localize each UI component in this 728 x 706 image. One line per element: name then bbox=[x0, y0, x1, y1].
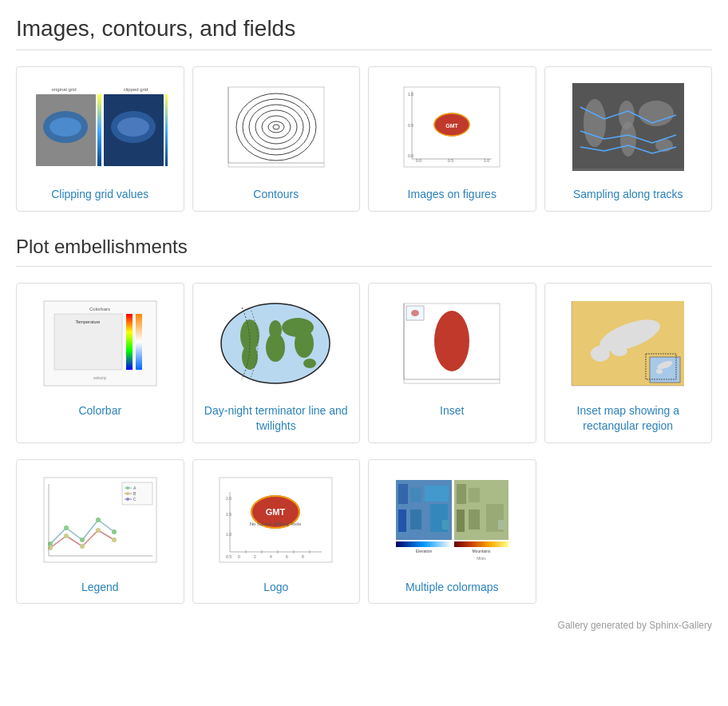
svg-text:2: 2 bbox=[254, 554, 256, 559]
svg-rect-130 bbox=[469, 510, 480, 530]
svg-rect-133 bbox=[498, 520, 505, 530]
footer-text: Gallery generated by Sphinx-Gallery bbox=[558, 620, 712, 631]
svg-point-75 bbox=[126, 486, 129, 490]
svg-rect-129 bbox=[469, 488, 480, 502]
svg-rect-9 bbox=[165, 94, 168, 166]
card-colorbar[interactable]: Colorbars Temperature bbox=[16, 283, 184, 443]
svg-rect-66 bbox=[650, 357, 680, 383]
card-image-multiple-colormaps: Elevation Mountains Miles bbox=[377, 468, 528, 572]
card-clipping-grid[interactable]: original grid clipped grid bbox=[16, 66, 184, 212]
svg-text:4: 4 bbox=[270, 554, 272, 559]
inset-thumb-svg bbox=[400, 299, 504, 387]
svg-rect-120 bbox=[410, 510, 421, 530]
svg-point-53 bbox=[303, 359, 316, 368]
svg-text:Temperature: Temperature bbox=[75, 319, 100, 324]
section2-title: Plot embellishments bbox=[16, 236, 712, 267]
svg-text:1.0: 1.0 bbox=[408, 92, 413, 97]
card-images-on-figures[interactable]: GMT 0.0 0.5 1.0 0.0 0.5 1.0 Images on fi… bbox=[368, 66, 536, 212]
svg-text:2.0: 2.0 bbox=[226, 496, 231, 501]
card-sampling[interactable]: Sampling along tracks bbox=[544, 66, 713, 212]
card-day-night[interactable]: Day-night terminator line and twilights bbox=[192, 283, 361, 443]
svg-point-7 bbox=[117, 117, 149, 137]
card-image-contours bbox=[201, 75, 352, 179]
svg-text:0.0: 0.0 bbox=[416, 158, 421, 163]
card-image-day-night bbox=[201, 292, 352, 395]
svg-point-87 bbox=[112, 530, 117, 534]
svg-text:Miles: Miles bbox=[477, 556, 486, 561]
svg-point-65 bbox=[611, 347, 627, 356]
svg-rect-43 bbox=[126, 314, 133, 370]
card-legend[interactable]: A B C bbox=[16, 459, 184, 605]
inset-map-thumb-svg bbox=[570, 299, 686, 387]
svg-text:GMT: GMT bbox=[445, 123, 458, 129]
svg-point-52 bbox=[295, 329, 314, 358]
svg-text:Mountains: Mountains bbox=[472, 549, 491, 553]
svg-text:0.5: 0.5 bbox=[408, 123, 413, 128]
svg-point-81 bbox=[126, 498, 129, 501]
svg-point-84 bbox=[64, 526, 69, 530]
footer: Gallery generated by Sphinx-Gallery bbox=[16, 620, 712, 631]
svg-text:0: 0 bbox=[238, 554, 240, 559]
card-label-colorbar: Colorbar bbox=[78, 403, 121, 419]
card-image-inset bbox=[377, 292, 528, 395]
svg-rect-128 bbox=[457, 510, 465, 532]
card-image-colorbar: Colorbars Temperature bbox=[25, 292, 176, 395]
section1-title: Images, contours, and fields bbox=[16, 16, 712, 50]
svg-text:velocity: velocity bbox=[93, 375, 106, 380]
svg-text:Elevation: Elevation bbox=[415, 549, 432, 553]
svg-text:1.0: 1.0 bbox=[226, 532, 231, 537]
svg-text:C: C bbox=[133, 497, 136, 502]
sampling-thumb-svg bbox=[572, 83, 684, 171]
svg-text:0.5: 0.5 bbox=[448, 158, 453, 163]
card-label-logo: Logo bbox=[263, 580, 288, 596]
svg-point-85 bbox=[80, 537, 85, 542]
svg-rect-127 bbox=[457, 484, 466, 504]
card-contours[interactable]: Contours bbox=[192, 66, 361, 212]
svg-rect-117 bbox=[398, 484, 408, 504]
card-label-inset: Inset bbox=[440, 403, 464, 419]
card-label-contours: Contours bbox=[253, 187, 299, 203]
card-inset[interactable]: Inset bbox=[368, 283, 536, 443]
svg-text:1.5: 1.5 bbox=[226, 512, 231, 517]
card-label-day-night: Day-night terminator line and twilights bbox=[201, 403, 352, 434]
svg-rect-118 bbox=[398, 510, 406, 532]
svg-point-89 bbox=[64, 533, 69, 538]
card-image-inset-map bbox=[553, 292, 704, 395]
logo-thumb-svg: GMT No Squint, Making Tools 0 2 4 6 8 0.… bbox=[218, 476, 334, 564]
card-label-clipping: Clipping grid values bbox=[51, 187, 148, 203]
svg-text:0.5: 0.5 bbox=[226, 554, 231, 559]
card-multiple-colormaps[interactable]: Elevation Mountains Miles Multiple color… bbox=[368, 459, 536, 605]
card-logo[interactable]: GMT No Squint, Making Tools 0 2 4 6 8 0.… bbox=[192, 459, 361, 605]
section2-row2-grid: A B C bbox=[16, 459, 712, 605]
svg-rect-131 bbox=[482, 486, 504, 502]
card-inset-map[interactable]: Inset map showing a rectangular region bbox=[544, 283, 713, 443]
svg-text:6: 6 bbox=[286, 554, 288, 559]
svg-point-50 bbox=[266, 333, 285, 362]
colorbar-thumb-svg: Colorbars Temperature bbox=[42, 299, 158, 387]
section2-row1-grid: Colorbars Temperature bbox=[16, 283, 712, 443]
svg-rect-134 bbox=[454, 541, 508, 547]
daynight-thumb-svg bbox=[218, 299, 334, 387]
card-image-sampling bbox=[553, 75, 704, 179]
svg-point-68 bbox=[656, 369, 663, 374]
svg-rect-124 bbox=[396, 541, 452, 547]
svg-point-36 bbox=[639, 101, 674, 126]
svg-text:1.0: 1.0 bbox=[484, 158, 489, 163]
svg-point-4 bbox=[49, 117, 81, 137]
svg-rect-119 bbox=[410, 488, 421, 502]
svg-text:8: 8 bbox=[302, 554, 304, 559]
legend-thumb-svg: A B C bbox=[42, 476, 158, 564]
card-label-multiple-colormaps: Multiple colormaps bbox=[406, 580, 499, 596]
contours-thumb-svg bbox=[224, 83, 328, 171]
svg-text:Colorbars: Colorbars bbox=[89, 307, 110, 311]
svg-text:GMT: GMT bbox=[266, 507, 286, 517]
svg-rect-44 bbox=[136, 314, 142, 370]
card-image-logo: GMT No Squint, Making Tools 0 2 4 6 8 0.… bbox=[201, 468, 352, 572]
section1-grid: original grid clipped grid bbox=[16, 66, 712, 212]
svg-point-91 bbox=[96, 528, 101, 533]
svg-rect-8 bbox=[97, 94, 101, 166]
svg-text:clipped grid: clipped grid bbox=[124, 87, 148, 92]
svg-text:original grid: original grid bbox=[52, 87, 77, 92]
svg-point-35 bbox=[620, 121, 636, 157]
card-image-images-on-figures: GMT 0.0 0.5 1.0 0.0 0.5 1.0 bbox=[377, 75, 528, 179]
